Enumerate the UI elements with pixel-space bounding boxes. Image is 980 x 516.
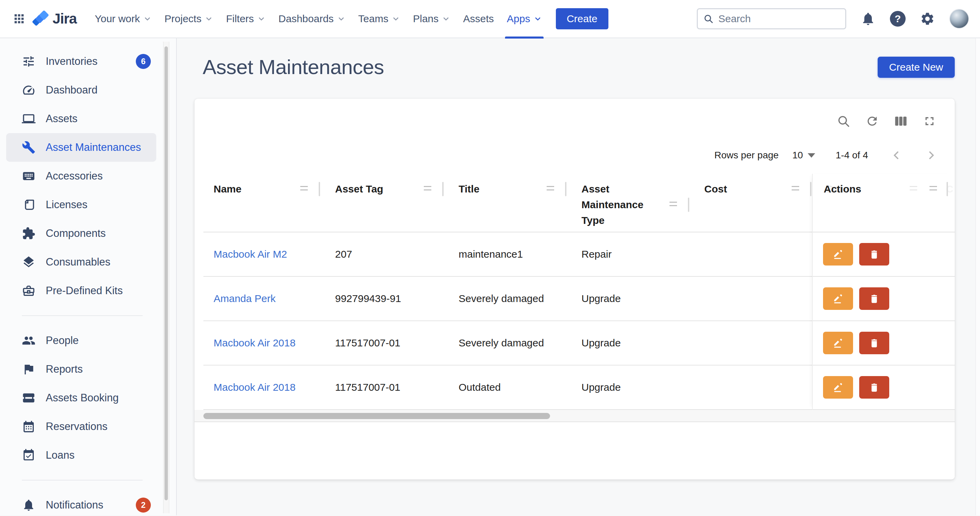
nav-item-filters[interactable]: Filters <box>220 0 272 38</box>
grid-search-icon[interactable] <box>837 114 850 128</box>
column-separator[interactable] <box>810 182 811 196</box>
sidebar-item-label: Pre-Defined Kits <box>46 285 123 297</box>
column-drag-handle-icon[interactable] <box>929 186 937 190</box>
top-navigation: Jira Your work Projects Filters Dashboar… <box>0 0 980 38</box>
edit-button[interactable] <box>823 287 853 310</box>
column-separator[interactable] <box>688 197 689 212</box>
nav-item-dashboards[interactable]: Dashboards <box>272 0 352 38</box>
sidebar-item-assets-booking[interactable]: Assets Booking <box>6 384 156 412</box>
jira-logo[interactable]: Jira <box>32 10 77 28</box>
column-drag-handle-icon[interactable] <box>670 202 677 206</box>
sidebar-item-dashboard[interactable]: Dashboard <box>6 76 156 104</box>
next-page-chevron-icon[interactable] <box>925 149 938 162</box>
help-icon[interactable]: ? <box>890 11 905 27</box>
sidebar-item-label: Reports <box>46 363 83 376</box>
create-new-button[interactable]: Create New <box>878 57 955 78</box>
nav-item-apps[interactable]: Apps <box>500 0 548 38</box>
nav-item-projects[interactable]: Projects <box>158 0 220 38</box>
edit-button[interactable] <box>823 376 853 398</box>
cell-name-link[interactable]: Macbook Air M2 <box>204 248 325 260</box>
nav-item-assets[interactable]: Assets <box>457 0 500 38</box>
column-drag-handle-icon[interactable] <box>792 186 799 190</box>
nav-label: Your work <box>95 13 140 25</box>
sidebar-item-reports[interactable]: Reports <box>6 355 156 384</box>
column-label: Asset Maintenance Type <box>581 181 660 228</box>
rows-per-page-select[interactable]: 10 <box>792 150 803 161</box>
sidebar-divider <box>22 480 143 481</box>
app-switcher-icon[interactable] <box>10 9 29 28</box>
previous-page-chevron-icon[interactable] <box>890 149 903 162</box>
chevron-down-icon <box>143 15 151 23</box>
column-drag-handle-icon[interactable] <box>424 186 431 190</box>
column-header-asset-maintenance-type[interactable]: Asset Maintenance Type <box>571 174 694 232</box>
column-label: Title <box>458 181 479 197</box>
sidebar-item-inventories[interactable]: Inventories 6 <box>6 47 156 76</box>
column-separator[interactable] <box>442 182 444 196</box>
cell-name-link[interactable]: Macbook Air 2018 <box>204 382 325 393</box>
sidebar-item-pre-defined-kits[interactable]: Pre-Defined Kits <box>6 276 156 305</box>
sidebar-item-licenses[interactable]: Licenses <box>6 190 156 219</box>
sidebar-scrollbar-thumb[interactable] <box>164 46 168 500</box>
edit-pencil-icon <box>832 337 844 349</box>
column-header-name[interactable]: Name <box>204 174 325 232</box>
delete-button[interactable] <box>859 243 889 266</box>
cell-title: maintenance1 <box>449 248 571 260</box>
cell-type: Upgrade <box>571 293 694 304</box>
column-label: Cost <box>704 181 727 197</box>
nav-item-your-work[interactable]: Your work <box>88 0 158 38</box>
rows-per-page-caret-icon[interactable] <box>808 153 815 158</box>
sidebar-item-label: Inventories <box>46 55 98 68</box>
inventories-count-badge: 6 <box>136 54 151 69</box>
sidebar-item-consumables[interactable]: Consumables <box>6 248 156 276</box>
notifications-bell-icon[interactable] <box>861 11 876 26</box>
view-columns-icon[interactable] <box>894 114 908 128</box>
column-separator[interactable] <box>565 182 566 196</box>
cell-name-link[interactable]: Macbook Air 2018 <box>204 337 325 349</box>
column-header-cost[interactable]: Cost <box>694 174 816 232</box>
sidebar-item-accessories[interactable]: Accessories <box>6 162 156 190</box>
fullscreen-icon[interactable] <box>923 114 936 128</box>
column-separator[interactable] <box>947 182 948 196</box>
delete-button[interactable] <box>859 287 889 310</box>
column-drag-handle-icon[interactable] <box>547 186 554 190</box>
sidebar-item-loans[interactable]: Loans <box>6 441 156 470</box>
column-header-actions[interactable]: Actions <box>813 174 955 233</box>
pinned-actions-column: Actions <box>812 174 955 410</box>
column-header-asset-tag[interactable]: Asset Tag <box>325 174 449 232</box>
global-search[interactable] <box>697 8 846 29</box>
main-scrollbar-gutter[interactable] <box>975 38 980 515</box>
column-header-title[interactable]: Title <box>449 174 571 232</box>
sliders-icon <box>22 54 35 68</box>
search-input[interactable] <box>718 13 840 25</box>
layers-icon <box>22 255 35 269</box>
nav-item-plans[interactable]: Plans <box>406 0 457 38</box>
sidebar-item-reservations[interactable]: Reservations <box>6 412 156 441</box>
data-grid-card: Rows per page 10 1-4 of 4 Name <box>194 99 955 479</box>
delete-button[interactable] <box>859 332 889 354</box>
row-actions <box>813 233 955 277</box>
edit-button[interactable] <box>823 332 853 354</box>
sidebar-item-notifications[interactable]: Notifications 2 <box>6 491 156 516</box>
user-avatar[interactable] <box>949 9 969 29</box>
cell-type: Upgrade <box>571 337 694 349</box>
bell-icon <box>22 498 35 512</box>
edit-button[interactable] <box>823 243 853 266</box>
sidebar-item-asset-maintenances[interactable]: Asset Maintenances <box>6 133 156 162</box>
horizontal-scrollbar-thumb[interactable] <box>204 413 550 419</box>
create-button[interactable]: Create <box>556 8 608 29</box>
sidebar-item-people[interactable]: People <box>6 326 156 355</box>
cell-name-link[interactable]: Amanda Perk <box>204 293 325 304</box>
refresh-icon[interactable] <box>865 114 879 128</box>
delete-button[interactable] <box>859 376 889 398</box>
settings-gear-icon[interactable] <box>920 11 935 26</box>
sidebar-item-components[interactable]: Components <box>6 219 156 248</box>
sidebar-scrollbar-track[interactable] <box>163 41 169 513</box>
nav-item-teams[interactable]: Teams <box>352 0 406 38</box>
sidebar-item-assets[interactable]: Assets <box>6 104 156 133</box>
column-separator[interactable] <box>319 182 320 196</box>
cell-asset-tag: 992799439-91 <box>325 293 449 304</box>
column-drag-handle-icon[interactable] <box>300 186 308 190</box>
cell-type: Upgrade <box>571 382 694 393</box>
sidebar-item-label: People <box>46 334 79 347</box>
horizontal-scrollbar-track[interactable] <box>194 410 955 422</box>
